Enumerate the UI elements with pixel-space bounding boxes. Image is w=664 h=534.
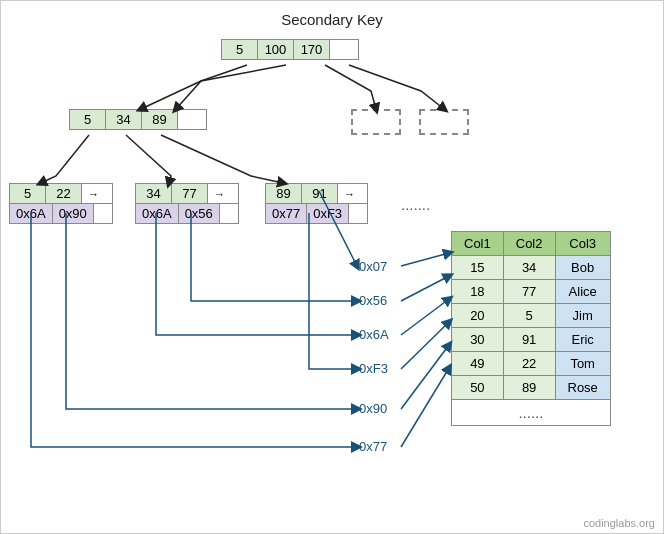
l2n2-bot-empty [220, 204, 238, 223]
addr-0x07: 0x07 [359, 259, 387, 274]
addr-0x6A: 0x6A [359, 327, 389, 342]
r5c2: 22 [503, 352, 555, 376]
root-cell-3: 170 [294, 40, 330, 59]
r4c2: 91 [503, 328, 555, 352]
l2n1-top1: 5 [10, 184, 46, 203]
dashed-box-2 [419, 109, 469, 135]
l2n1-bot1: 0x6A [10, 204, 53, 223]
svg-line-4 [401, 322, 449, 369]
l2n2-arrow: → [208, 184, 231, 203]
svg-line-5 [401, 345, 449, 409]
dashed-box-1 [351, 109, 401, 135]
table-row: 18 77 Alice [452, 280, 611, 304]
l2n3-top1: 89 [266, 184, 302, 203]
r6c3: Rose [555, 376, 610, 400]
r1c2: 34 [503, 256, 555, 280]
watermark: codinglabs.org [583, 517, 655, 529]
level2-node3: 89 91 → 0x77 0xF3 [265, 183, 368, 224]
l2n2-bot2: 0x56 [179, 204, 220, 223]
r3c2: 5 [503, 304, 555, 328]
r2c2: 77 [503, 280, 555, 304]
l2n3-top2: 91 [302, 184, 338, 203]
r4c1: 30 [452, 328, 504, 352]
root-cell-2: 100 [258, 40, 294, 59]
r3c3: Jim [555, 304, 610, 328]
level2-node2: 34 77 → 0x6A 0x56 [135, 183, 239, 224]
table-ellipsis-row: ...... [452, 400, 611, 426]
root-cell-1: 5 [222, 40, 258, 59]
data-table: Col1 Col2 Col3 15 34 Bob 18 77 Alice 20 … [451, 231, 611, 426]
r2c3: Alice [555, 280, 610, 304]
l2n1-top2: 22 [46, 184, 82, 203]
addr-0x77: 0x77 [359, 439, 387, 454]
r6c1: 50 [452, 376, 504, 400]
l2n1-arrow: → [82, 184, 105, 203]
r1c1: 15 [452, 256, 504, 280]
r2c1: 18 [452, 280, 504, 304]
l2n3-bot2: 0xF3 [307, 204, 349, 223]
svg-line-2 [401, 276, 449, 301]
l1-cell-3: 89 [142, 110, 178, 129]
svg-line-3 [401, 299, 449, 335]
page: Secondary Key 5 100 170 5 34 89 5 22 → 0… [0, 0, 664, 534]
root-node: 5 100 170 [221, 39, 359, 60]
l2n3-arrow: → [338, 184, 361, 203]
l2n3-bot1: 0x77 [266, 204, 307, 223]
r6c2: 89 [503, 376, 555, 400]
table-ellipsis: ...... [452, 400, 611, 426]
l2n3-bot-empty [349, 204, 367, 223]
l2n2-bot1: 0x6A [136, 204, 179, 223]
r3c1: 20 [452, 304, 504, 328]
r5c3: Tom [555, 352, 610, 376]
level2-dots: ....... [401, 196, 430, 213]
root-cell-4 [330, 40, 358, 59]
table-row: 50 89 Rose [452, 376, 611, 400]
table-row: 30 91 Eric [452, 328, 611, 352]
table-row: 20 5 Jim [452, 304, 611, 328]
svg-line-1 [401, 253, 449, 266]
l1-cell-1: 5 [70, 110, 106, 129]
page-title: Secondary Key [1, 1, 663, 28]
level1-node: 5 34 89 [69, 109, 207, 130]
table-row: 49 22 Tom [452, 352, 611, 376]
r5c1: 49 [452, 352, 504, 376]
svg-line-6 [401, 368, 449, 447]
r4c3: Eric [555, 328, 610, 352]
l2n1-bot2: 0x90 [53, 204, 94, 223]
level2-node1: 5 22 → 0x6A 0x90 [9, 183, 113, 224]
addr-0xF3: 0xF3 [359, 361, 388, 376]
addr-0x56: 0x56 [359, 293, 387, 308]
addr-0x90: 0x90 [359, 401, 387, 416]
r1c3: Bob [555, 256, 610, 280]
col3-header: Col3 [555, 232, 610, 256]
l2n2-top2: 77 [172, 184, 208, 203]
l2n2-top1: 34 [136, 184, 172, 203]
col2-header: Col2 [503, 232, 555, 256]
table-row: 15 34 Bob [452, 256, 611, 280]
col1-header: Col1 [452, 232, 504, 256]
l1-cell-2: 34 [106, 110, 142, 129]
l1-cell-4 [178, 110, 206, 129]
l2n1-bot-empty [94, 204, 112, 223]
